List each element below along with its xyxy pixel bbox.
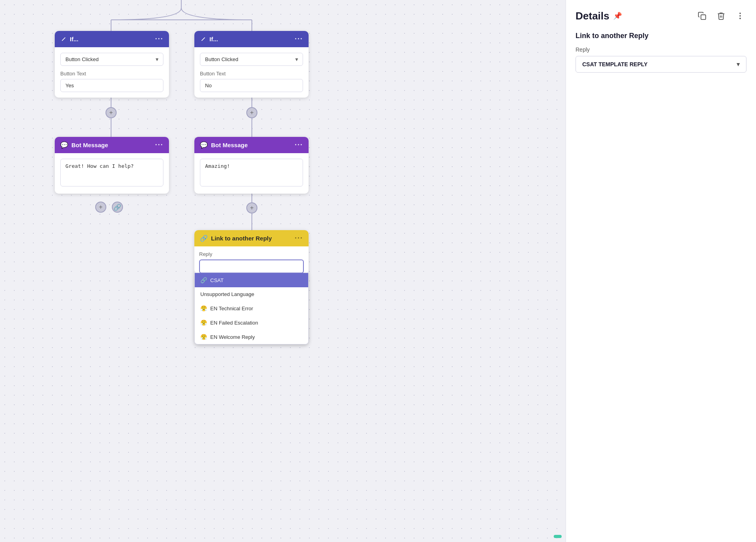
- if-node-1-condition-select[interactable]: Button Clicked: [60, 53, 163, 66]
- tech-error-emoji: 😤: [200, 305, 207, 311]
- details-reply-select[interactable]: CSAT TEMPLATE REPLY Unsupported Language…: [576, 56, 746, 73]
- if-node-2-field2-label: Button Text: [200, 71, 303, 77]
- copy-button[interactable]: [696, 10, 708, 22]
- link-node-reply-input[interactable]: [199, 259, 304, 273]
- if-node-1-text-input[interactable]: [60, 79, 163, 92]
- if-node-1-more[interactable]: ···: [155, 35, 163, 43]
- link-reply-node: 🔗 Link to another Reply ··· Reply 🔗 CSAT…: [194, 230, 309, 344]
- add-connector-2[interactable]: +: [246, 107, 257, 118]
- bot-icon-2: 💬: [200, 141, 208, 149]
- details-node-title: Link to another Reply: [576, 32, 746, 40]
- dropdown-item-tech-error-label: EN Technical Error: [210, 306, 253, 311]
- bot-node-1-header: 💬 Bot Message ···: [55, 137, 169, 153]
- if-icon-1: ⟋: [60, 36, 67, 43]
- link-node-header: 🔗 Link to another Reply ···: [194, 230, 309, 246]
- dropdown-item-welcome-reply-label: EN Welcome Reply: [210, 334, 255, 340]
- bot-node-2-title: Bot Message: [211, 142, 248, 148]
- dropdown-item-csat-label: CSAT: [210, 277, 224, 283]
- link-connector-1[interactable]: 🔗: [112, 202, 123, 213]
- if-node-2-header: ⟋ If... ···: [194, 31, 309, 47]
- add-connector-3[interactable]: +: [95, 202, 106, 213]
- if-node-2-condition-select[interactable]: Button Clicked: [200, 53, 303, 66]
- if-node-1: ⟋ If... ··· Button Clicked ▼ Button Text: [55, 31, 169, 98]
- bot-node-1-title: Bot Message: [71, 142, 108, 148]
- bot-node-2-more[interactable]: ···: [295, 141, 303, 149]
- add-connector-1[interactable]: +: [106, 107, 117, 118]
- if-node-1-header: ⟋ If... ···: [55, 31, 169, 47]
- svg-point-14: [740, 15, 741, 16]
- more-button[interactable]: [734, 10, 746, 22]
- dropdown-item-failed-escalation[interactable]: 😤 EN Failed Escalation: [195, 315, 308, 330]
- pin-icon[interactable]: 📌: [613, 12, 622, 20]
- dropdown-item-tech-error[interactable]: 😤 EN Technical Error: [195, 301, 308, 315]
- details-panel: Details 📌: [566, 0, 756, 542]
- svg-point-15: [740, 18, 741, 19]
- bot-node-1: 💬 Bot Message ··· Great! How can I help?: [55, 137, 169, 194]
- dropdown-item-failed-escalation-label: EN Failed Escalation: [210, 320, 258, 326]
- details-header-actions: [696, 10, 746, 22]
- csat-icon: 🔗: [200, 277, 207, 283]
- link-node-reply-label: Reply: [199, 251, 304, 257]
- if-node-2-more[interactable]: ···: [295, 35, 303, 43]
- delete-button[interactable]: [715, 10, 727, 22]
- dropdown-item-welcome-reply[interactable]: 😤 EN Welcome Reply: [195, 330, 308, 344]
- link-node-dropdown: 🔗 CSAT Unsupported Language 😤 EN Technic…: [194, 273, 309, 344]
- svg-point-13: [740, 13, 741, 14]
- dropdown-item-csat[interactable]: 🔗 CSAT: [195, 273, 308, 287]
- link-node-more[interactable]: ···: [295, 234, 303, 242]
- if-node-1-title: If...: [70, 36, 79, 42]
- welcome-reply-emoji: 😤: [200, 334, 207, 340]
- if-node-2-title: If...: [209, 36, 218, 42]
- canvas-area: ⟋ If... ··· Button Clicked ▼ Button Text…: [0, 0, 566, 542]
- green-pill: [554, 535, 562, 538]
- add-connector-4[interactable]: +: [246, 202, 257, 213]
- bot-icon-1: 💬: [60, 141, 68, 149]
- if-icon-2: ⟋: [200, 36, 206, 43]
- details-header: Details 📌: [576, 10, 746, 22]
- details-reply-select-wrapper: CSAT TEMPLATE REPLY Unsupported Language…: [576, 56, 746, 73]
- link-node-title: Link to another Reply: [211, 235, 272, 242]
- details-title: Details: [576, 10, 609, 22]
- failed-escalation-emoji: 😤: [200, 319, 207, 326]
- bot-node-1-message[interactable]: Great! How can I help?: [60, 159, 163, 186]
- link-icon: 🔗: [200, 234, 208, 242]
- if-node-2: ⟋ If... ··· Button Clicked ▼ Button Text: [194, 31, 309, 98]
- svg-rect-12: [701, 15, 706, 19]
- bot-node-2-message[interactable]: Amazing!: [200, 159, 303, 186]
- bot-node-2-header: 💬 Bot Message ···: [194, 137, 309, 153]
- if-node-2-text-input[interactable]: [200, 79, 303, 92]
- dropdown-item-unsupported-label: Unsupported Language: [200, 291, 254, 297]
- if-node-1-field2-label: Button Text: [60, 71, 163, 77]
- details-reply-label: Reply: [576, 46, 746, 53]
- bot-node-2: 💬 Bot Message ··· Amazing!: [194, 137, 309, 194]
- bot-node-1-more[interactable]: ···: [155, 141, 163, 149]
- dropdown-item-unsupported[interactable]: Unsupported Language: [195, 287, 308, 301]
